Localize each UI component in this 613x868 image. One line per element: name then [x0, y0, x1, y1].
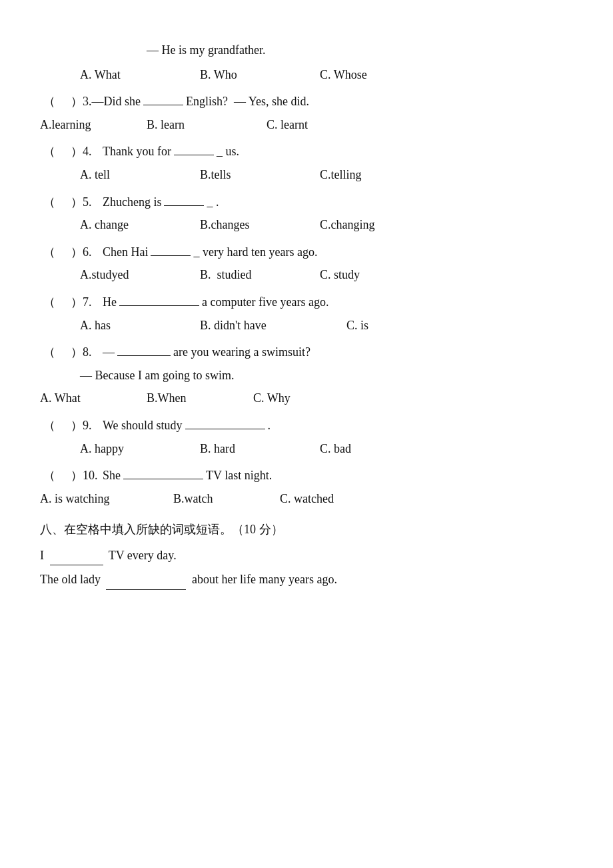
q2-options: A. What B. Who C. Whose: [80, 65, 573, 85]
q3-option-c: C. learnt: [267, 115, 346, 135]
q6-line: （ ） 6. Chen Hai _ very hard ten years ag…: [40, 242, 573, 263]
q8-option-b: B.When: [147, 388, 227, 409]
q10-option-c: C. watched: [280, 489, 360, 509]
q4-line: （ ） 4. Thank you for _ us.: [40, 141, 573, 162]
q9-text2: .: [268, 415, 271, 436]
q10-text: She: [103, 465, 121, 486]
q4-space: [59, 141, 71, 162]
q7-line: （ ） 7. He a computer five years ago.: [40, 292, 573, 313]
q4-option-b: B.tells: [200, 165, 280, 185]
q5-options: A. change B.changes C.changing: [80, 215, 573, 235]
q10-space: [59, 465, 71, 486]
q5-bracket-close: ）: [71, 192, 83, 213]
q5-text2: _ .: [207, 192, 219, 213]
q4-number: 4.: [83, 141, 103, 162]
q6-blank: [151, 255, 191, 256]
q2-option-c: C. Whose: [320, 65, 400, 85]
q5-line: （ ） 5. Zhucheng is _ .: [40, 192, 573, 213]
q4-blank: [174, 155, 214, 155]
q8-line: （ ） 8. — are you wearing a swimsuit?: [40, 342, 573, 363]
q3-text2: English? — Yes, she did.: [186, 91, 309, 112]
q5-space: [59, 192, 71, 213]
q9-line: （ ） 9. We should study .: [40, 415, 573, 436]
q9-option-b: B. hard: [200, 439, 280, 459]
q9-bracket-open: （: [40, 415, 59, 436]
q7-option-a: A. has: [80, 315, 160, 336]
q4-option-a: A. tell: [80, 165, 160, 185]
q8-text2: are you wearing a swimsuit?: [173, 342, 310, 363]
q3-number: 3.—: [83, 91, 104, 112]
q5-bracket-open: （: [40, 192, 59, 213]
fill-2-blank: [106, 589, 186, 590]
section-8: 八、在空格中填入所缺的词或短语。（10 分） I TV every day. T…: [40, 519, 573, 590]
q8-option-c: C. Why: [253, 388, 333, 409]
q4-bracket-open: （: [40, 141, 59, 162]
q7-bracket-open: （: [40, 292, 59, 313]
q10-blank: [123, 479, 203, 479]
q6-option-c: C. study: [320, 265, 400, 285]
q7-blank: [119, 305, 199, 306]
q3-bracket-close: ）: [71, 91, 83, 112]
question-10: （ ） 10. She TV last night. A. is watchin…: [40, 465, 573, 509]
q6-text: Chen Hai: [103, 242, 148, 263]
q10-bracket-close: ）: [71, 465, 83, 486]
q3-options: A.learning B. learn C. learnt: [40, 115, 573, 135]
q5-number: 5.: [83, 192, 103, 213]
q7-options: A. has B. didn't have C. is: [80, 315, 573, 336]
q9-blank: [185, 429, 265, 429]
q8-bracket-close: ）: [71, 342, 83, 363]
section-8-title: 八、在空格中填入所缺的词或短语。（10 分）: [40, 519, 573, 540]
q8-options: A. What B.When C. Why: [40, 388, 573, 409]
fill-1-blank: [50, 565, 103, 565]
q5-option-b: B.changes: [200, 215, 280, 235]
q7-option-b: B. didn't have: [200, 315, 306, 336]
q9-bracket-close: ）: [71, 415, 83, 436]
q4-text2: _ us.: [217, 141, 239, 162]
q7-text2: a computer five years ago.: [202, 292, 328, 313]
q5-text: Zhucheng is: [103, 192, 161, 213]
q6-text2: _ very hard ten years ago.: [193, 242, 317, 263]
q10-number: 10.: [83, 465, 103, 486]
q9-text: We should study: [103, 415, 183, 436]
q9-number: 9.: [83, 415, 103, 436]
q8-bracket-open: （: [40, 342, 59, 363]
q8-reply: — Because I am going to swim.: [80, 365, 234, 386]
q4-text: Thank you for: [103, 141, 171, 162]
q10-option-b: B.watch: [173, 489, 253, 509]
q2-intro-text: — He is my grandfather.: [147, 40, 573, 61]
fill-item-1: I TV every day.: [40, 545, 573, 566]
q10-option-a: A. is watching: [40, 489, 147, 509]
q5-option-a: A. change: [80, 215, 160, 235]
q3-text: Did she: [104, 91, 141, 112]
q3-line: （ ） 3.— Did she English? — Yes, she did.: [40, 91, 573, 112]
q10-options: A. is watching B.watch C. watched: [40, 489, 573, 509]
question-7: （ ） 7. He a computer five years ago. A. …: [40, 292, 573, 335]
q3-space: [59, 91, 71, 112]
q6-number: 6.: [83, 242, 103, 263]
q7-bracket-close: ）: [71, 292, 83, 313]
q6-space: [59, 242, 71, 263]
q5-option-c: C.changing: [320, 215, 400, 235]
q3-bracket-open: （: [40, 91, 59, 112]
fill-item-2: The old lady about her life many years a…: [40, 569, 573, 590]
q5-blank: [164, 205, 204, 206]
q2-option-b: B. Who: [200, 65, 280, 85]
q4-option-c: C.telling: [320, 165, 400, 185]
q8-reply-line: — Because I am going to swim.: [80, 365, 573, 386]
q10-text2: TV last night.: [206, 465, 272, 486]
q8-number: 8.: [83, 342, 103, 363]
q3-blank: [143, 105, 183, 105]
q4-options: A. tell B.tells C.telling: [80, 165, 573, 185]
question-8: （ ） 8. — are you wearing a swimsuit? — B…: [40, 342, 573, 409]
q6-bracket-open: （: [40, 242, 59, 263]
q3-option-a: A.learning: [40, 115, 120, 135]
q6-option-b: B. studied: [200, 265, 280, 285]
q6-bracket-close: ）: [71, 242, 83, 263]
q7-space: [59, 292, 71, 313]
q6-option-a: A.studyed: [80, 265, 160, 285]
q9-options: A. happy B. hard C. bad: [80, 439, 573, 459]
question-6: （ ） 6. Chen Hai _ very hard ten years ag…: [40, 242, 573, 285]
q10-line: （ ） 10. She TV last night.: [40, 465, 573, 486]
question-3: （ ） 3.— Did she English? — Yes, she did.…: [40, 91, 573, 135]
q8-text: —: [103, 342, 115, 363]
